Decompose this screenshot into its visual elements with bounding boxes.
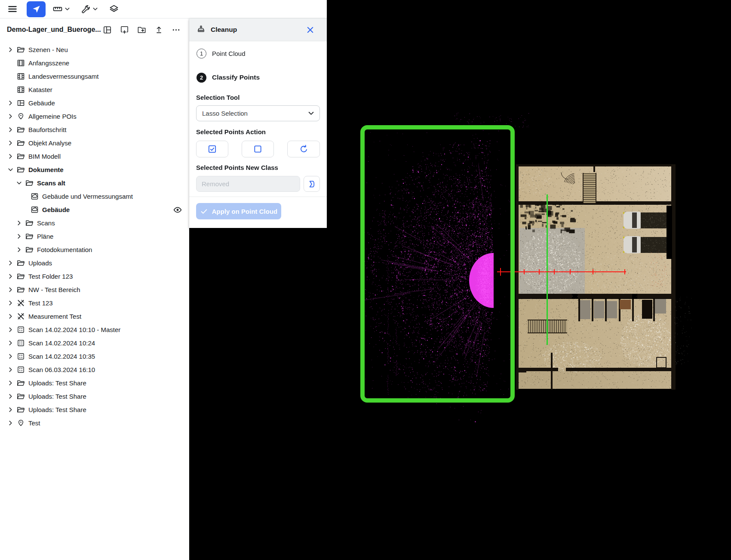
tree-item[interactable]: Test Folder 123 — [0, 270, 189, 283]
tree-item-label: Uploads: Test Share — [28, 393, 86, 400]
chevron-right-icon[interactable] — [5, 126, 15, 134]
tree-item-label: Scan 14.02.2024 10:24 — [28, 339, 95, 347]
tree-item[interactable]: Pläne — [0, 230, 189, 243]
step-point-cloud[interactable]: 1 Point Cloud — [189, 48, 334, 59]
chevron-down-icon[interactable] — [5, 166, 15, 174]
chevron-right-icon[interactable] — [5, 299, 15, 308]
tree-item[interactable]: Gebäude und Vermessungsamt — [0, 190, 189, 203]
action-reset-button[interactable] — [287, 141, 320, 157]
chevron-down-icon[interactable] — [14, 179, 24, 188]
tree-item[interactable]: Fotodokumentation — [0, 243, 189, 256]
check-icon — [200, 207, 208, 215]
tree-item-label: Scans — [37, 219, 55, 227]
tree-item[interactable]: Anfangsszene — [0, 56, 189, 70]
measure-tool-button[interactable] — [52, 4, 70, 14]
tree-item[interactable]: Test 123 — [0, 296, 189, 310]
lasso-class-button[interactable] — [304, 176, 320, 192]
chevron-right-icon[interactable] — [5, 99, 15, 108]
tree-item[interactable]: Landesvermessungsamt — [0, 70, 189, 83]
selection-tool-select[interactable]: Lasso Selection — [196, 105, 320, 121]
app: Demo-Lager_und_Bueroge... Szenen - NeuAn… — [0, 0, 731, 560]
add-folder-button[interactable] — [137, 25, 147, 35]
chevron-right-icon[interactable] — [5, 339, 15, 348]
tools-button[interactable] — [81, 4, 98, 14]
tree-item[interactable]: Test — [0, 416, 189, 430]
tree-item[interactable]: Measurement Test — [0, 310, 189, 323]
chevron-right-icon[interactable] — [5, 259, 15, 268]
tree-item-label: Scan 06.03.2024 16:10 — [28, 366, 95, 373]
chevron-right-icon[interactable] — [5, 139, 15, 148]
chevron-right-icon[interactable] — [5, 326, 15, 334]
chevron-right-icon[interactable] — [14, 219, 24, 228]
apply-button[interactable]: Apply on Point Cloud — [196, 203, 281, 219]
selection-rectangle[interactable] — [360, 125, 515, 403]
tree-item[interactable]: Szenen - Neu — [0, 43, 189, 56]
tree-item[interactable]: NW - Test Bereich — [0, 283, 189, 296]
tree-item[interactable]: Scan 14.02.2024 10:24 — [0, 336, 189, 350]
tree-item[interactable]: Gebäude — [0, 203, 189, 216]
tree-item[interactable]: Baufortschritt — [0, 123, 189, 136]
chevron-right-icon[interactable] — [5, 286, 15, 294]
tree-item[interactable]: Gebäude — [0, 96, 189, 110]
folder-icon — [15, 258, 26, 268]
new-class-label: Selected Points New Class — [189, 164, 278, 171]
tree-item[interactable]: Kataster — [0, 83, 189, 96]
tree-item[interactable]: Uploads: Test Share — [0, 390, 189, 403]
tree-item[interactable]: Scan 06.03.2024 16:10 — [0, 363, 189, 376]
chevron-right-icon[interactable] — [5, 366, 15, 374]
close-icon[interactable] — [305, 25, 315, 35]
tree-item-label: Pläne — [37, 233, 53, 240]
upload-button[interactable] — [154, 25, 164, 35]
tree-item[interactable]: Objekt Analyse — [0, 136, 189, 150]
chevron-right-icon[interactable] — [5, 419, 15, 428]
broom-icon — [196, 25, 206, 35]
tree-item-label: Objekt Analyse — [28, 139, 71, 147]
chevron-right-icon[interactable] — [5, 112, 15, 121]
measure-line[interactable] — [497, 271, 626, 272]
tree-item-label: Szenen - Neu — [28, 46, 68, 53]
tree-item[interactable]: Allgemeine POIs — [0, 110, 189, 123]
chevron-right-icon[interactable] — [5, 392, 15, 401]
board-view-button[interactable] — [102, 25, 112, 35]
step-classify-points[interactable]: 2 Classify Points — [189, 72, 334, 83]
tree-item[interactable]: Scans alt — [0, 176, 189, 190]
tree-item[interactable]: Uploads: Test Share — [0, 403, 189, 416]
menu-button[interactable] — [7, 3, 18, 15]
new-class-input[interactable] — [196, 176, 300, 192]
tree-item-label: Test — [28, 419, 40, 427]
tree-item[interactable]: Uploads: Test Share — [0, 376, 189, 390]
tree-item[interactable]: Scan 14.02.2024 10:10 - Master — [0, 323, 189, 336]
tree-item[interactable]: Scan 14.02.2024 10:35 — [0, 350, 189, 363]
sidebar-header-actions — [102, 25, 181, 35]
layers-button[interactable] — [109, 4, 119, 14]
action-select-button[interactable] — [196, 141, 228, 157]
chevron-spacer — [5, 59, 15, 68]
measure-tick — [524, 269, 525, 274]
chevron-right-icon[interactable] — [5, 46, 15, 54]
chevron-right-icon[interactable] — [5, 312, 15, 321]
poi-icon — [15, 112, 26, 121]
chevron-right-icon[interactable] — [14, 232, 24, 241]
chevron-right-icon[interactable] — [5, 379, 15, 388]
select-tool-button[interactable] — [27, 1, 46, 17]
chevron-right-icon[interactable] — [5, 406, 15, 414]
folder-icon — [15, 125, 26, 135]
action-deselect-button[interactable] — [242, 141, 274, 157]
project-tree: Szenen - NeuAnfangsszeneLandesvermessung… — [0, 41, 189, 430]
tree-item[interactable]: BIM Modell — [0, 150, 189, 163]
chevron-right-icon[interactable] — [14, 246, 24, 254]
project-title: Demo-Lager_und_Bueroge... — [7, 26, 101, 34]
tree-item[interactable]: Dokumente — [0, 163, 189, 176]
checkbox-checked-icon — [207, 144, 217, 154]
folder-icon — [24, 218, 34, 228]
more-options-button[interactable] — [171, 25, 181, 35]
tree-item[interactable]: Uploads — [0, 256, 189, 270]
chevron-right-icon[interactable] — [5, 352, 15, 361]
add-view-button[interactable] — [120, 25, 129, 35]
chevron-right-icon[interactable] — [5, 152, 15, 161]
tree-item-label: Uploads: Test Share — [28, 379, 86, 387]
folder-icon — [15, 392, 26, 401]
visibility-eye-icon[interactable] — [172, 205, 183, 215]
tree-item[interactable]: Scans — [0, 216, 189, 230]
chevron-right-icon[interactable] — [5, 272, 15, 281]
